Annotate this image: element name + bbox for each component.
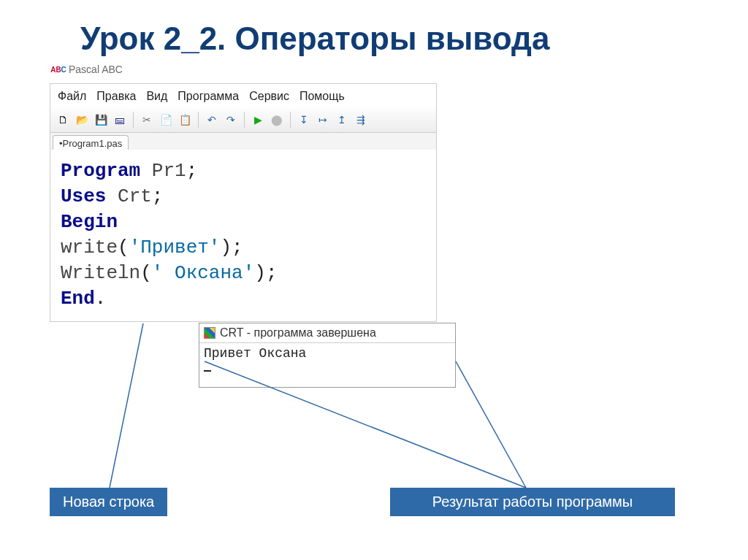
keyword: End xyxy=(61,288,95,310)
tab-program1[interactable]: •Program1.pas xyxy=(53,135,129,150)
paste-icon[interactable]: 📋 xyxy=(177,112,193,128)
callout-result: Результат работы программы xyxy=(390,488,675,516)
punct: ; xyxy=(152,185,164,207)
crt-icon xyxy=(204,327,215,339)
punct: ; xyxy=(186,160,198,182)
svg-line-1 xyxy=(456,361,526,488)
run-icon[interactable]: ▶ xyxy=(250,112,266,128)
keyword: Uses xyxy=(61,185,106,207)
save-icon[interactable]: 💾 xyxy=(93,112,109,128)
step-in-icon[interactable]: ↧ xyxy=(296,112,312,128)
stop-icon[interactable]: ⬤ xyxy=(269,112,285,128)
separator xyxy=(244,112,245,128)
menu-bar: Файл Правка Вид Программа Сервис Помощь xyxy=(50,83,437,107)
copy-icon[interactable]: 📄 xyxy=(158,112,174,128)
output-line: Привет Оксана xyxy=(204,346,451,361)
pascal-abc-icon: ABC xyxy=(53,64,64,75)
menu-file[interactable]: Файл xyxy=(53,88,91,104)
menu-help[interactable]: Помощь xyxy=(295,88,349,104)
crt-output: Привет Оксана xyxy=(199,343,455,387)
svg-line-0 xyxy=(110,323,143,488)
cursor xyxy=(204,370,211,372)
cut-icon[interactable]: ✂ xyxy=(139,112,155,128)
menu-edit[interactable]: Правка xyxy=(92,88,140,104)
ide-window: ABC Pascal ABC Файл Правка Вид Программа… xyxy=(50,61,437,322)
identifier: Crt xyxy=(118,185,152,207)
crt-title-text: CRT - программа завершена xyxy=(220,326,376,340)
separator xyxy=(198,112,199,128)
punct: ; xyxy=(232,237,243,258)
identifier: Writeln xyxy=(61,262,140,284)
step-over-icon[interactable]: ↦ xyxy=(315,112,331,128)
new-icon[interactable]: 🗋 xyxy=(55,112,71,128)
crt-title-bar: CRT - программа завершена xyxy=(199,323,455,343)
identifier: Pr1 xyxy=(152,160,186,182)
keyword: Begin xyxy=(61,211,118,233)
menu-view[interactable]: Вид xyxy=(142,88,172,104)
trace-icon[interactable]: ⇶ xyxy=(353,112,369,128)
keyword: Program xyxy=(61,160,140,182)
tab-bar: •Program1.pas xyxy=(50,133,437,150)
punct: ( xyxy=(118,237,129,258)
crt-output-window: CRT - программа завершена Привет Оксана xyxy=(199,323,456,388)
string-literal: 'Привет' xyxy=(129,237,221,258)
string-literal: ' Оксана' xyxy=(152,262,254,284)
separator xyxy=(290,112,291,128)
punct: ( xyxy=(140,262,152,284)
title-bar: ABC Pascal ABC xyxy=(50,61,437,77)
step-out-icon[interactable]: ↥ xyxy=(334,112,350,128)
code-editor[interactable]: Program Pr1; Uses Crt; Begin write('Прив… xyxy=(50,150,437,322)
menu-service[interactable]: Сервис xyxy=(245,88,294,104)
separator xyxy=(133,112,134,128)
callout-new-line: Новая строка xyxy=(50,488,167,516)
toolbar: 🗋 📂 💾 🖴 ✂ 📄 📋 ↶ ↷ ▶ ⬤ ↧ ↦ ↥ ⇶ xyxy=(50,107,437,133)
open-icon[interactable]: 📂 xyxy=(74,112,90,128)
identifier: write xyxy=(61,237,118,258)
save-all-icon[interactable]: 🖴 xyxy=(112,112,128,128)
punct: ) xyxy=(254,262,266,284)
punct: ) xyxy=(220,237,232,258)
undo-icon[interactable]: ↶ xyxy=(204,112,220,128)
slide-title: Урок 2_2. Операторы вывода xyxy=(80,20,550,57)
menu-program[interactable]: Программа xyxy=(173,88,243,104)
redo-icon[interactable]: ↷ xyxy=(223,112,239,128)
punct: ; xyxy=(266,262,278,284)
punct: . xyxy=(95,288,107,310)
app-title: Pascal ABC xyxy=(69,64,123,75)
